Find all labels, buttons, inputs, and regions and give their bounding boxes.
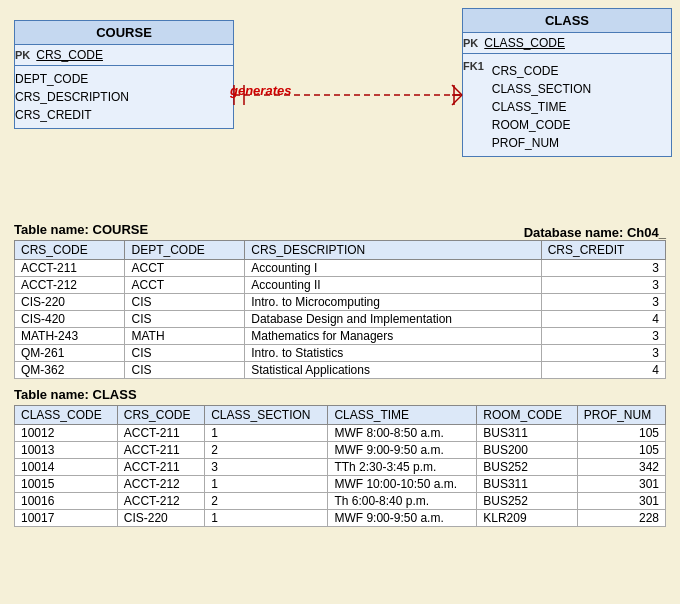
table-cell: ACCT-212	[15, 277, 125, 294]
table-cell: CIS-220	[117, 510, 204, 527]
table-cell: ACCT-211	[117, 425, 204, 442]
table-row: QM-362CISStatistical Applications4	[15, 362, 666, 379]
class-col-section: CLASS_SECTION	[205, 406, 328, 425]
class-attr-5: PROF_NUM	[492, 134, 591, 152]
class-col-prof: PROF_NUM	[577, 406, 665, 425]
table-cell: MWF 8:00-8:50 a.m.	[328, 425, 477, 442]
table-cell: CIS	[125, 294, 245, 311]
class-data-table: CLASS_CODE CRS_CODE CLASS_SECTION CLASS_…	[14, 405, 666, 527]
table-cell: BUS311	[477, 425, 578, 442]
course-attr-3: CRS_CREDIT	[15, 106, 233, 124]
table-cell: QM-362	[15, 362, 125, 379]
class-attr-4: ROOM_CODE	[492, 116, 591, 134]
table-row: CIS-420CISDatabase Design and Implementa…	[15, 311, 666, 328]
table-row: 10012ACCT-2111MWF 8:00-8:50 a.m.BUS31110…	[15, 425, 666, 442]
table-cell: QM-261	[15, 345, 125, 362]
table-cell: 3	[541, 345, 665, 362]
table-cell: MATH-243	[15, 328, 125, 345]
table-cell: CIS	[125, 311, 245, 328]
table-cell: 10016	[15, 493, 118, 510]
table-row: 10015ACCT-2121MWF 10:00-10:50 a.m.BUS311…	[15, 476, 666, 493]
svg-line-4	[452, 95, 462, 105]
er-diagram: COURSE PK CRS_CODE DEPT_CODE CRS_DESCRIP…	[0, 0, 680, 210]
table-cell: 2	[205, 442, 328, 459]
class-col-classcode: CLASS_CODE	[15, 406, 118, 425]
course-col-crsdesc: CRS_DESCRIPTION	[245, 241, 541, 260]
table-cell: MATH	[125, 328, 245, 345]
table-cell: MWF 9:00-9:50 a.m.	[328, 510, 477, 527]
table-row: CIS-220CISIntro. to Microcomputing3	[15, 294, 666, 311]
table-cell: Intro. to Statistics	[245, 345, 541, 362]
table-cell: BUS200	[477, 442, 578, 459]
table-cell: 228	[577, 510, 665, 527]
table-cell: 3	[541, 260, 665, 277]
table-row: ACCT-212ACCTAccounting II3	[15, 277, 666, 294]
table-cell: CIS	[125, 345, 245, 362]
table-cell: 10014	[15, 459, 118, 476]
course-col-deptcode: DEPT_CODE	[125, 241, 245, 260]
class-pk-label: PK	[463, 37, 478, 49]
class-header: CLASS	[463, 9, 671, 33]
table-row: MATH-243MATHMathematics for Managers3	[15, 328, 666, 345]
table-cell: MWF 10:00-10:50 a.m.	[328, 476, 477, 493]
course-table-header: CRS_CODE DEPT_CODE CRS_DESCRIPTION CRS_C…	[15, 241, 666, 260]
table-cell: ACCT	[125, 260, 245, 277]
class-col-crscode: CRS_CODE	[117, 406, 204, 425]
table-cell: ACCT	[125, 277, 245, 294]
class-attr-2: CLASS_SECTION	[492, 80, 591, 98]
db-name-label: Database name: Ch04_	[524, 225, 666, 240]
table-cell: 301	[577, 493, 665, 510]
course-attr-list: DEPT_CODE CRS_DESCRIPTION CRS_CREDIT	[15, 66, 233, 128]
table-cell: BUS252	[477, 459, 578, 476]
class-col-room: ROOM_CODE	[477, 406, 578, 425]
table-row: 10014ACCT-2113TTh 2:30-3:45 p.m.BUS25234…	[15, 459, 666, 476]
table-cell: Statistical Applications	[245, 362, 541, 379]
class-pk-attr: CLASS_CODE	[484, 36, 565, 50]
table-cell: 301	[577, 476, 665, 493]
table-cell: CIS	[125, 362, 245, 379]
table-cell: BUS252	[477, 493, 578, 510]
table-cell: 1	[205, 476, 328, 493]
table-cell: 3	[541, 328, 665, 345]
table-cell: ACCT-211	[117, 459, 204, 476]
table-cell: 4	[541, 362, 665, 379]
table-cell: Accounting I	[245, 260, 541, 277]
table-cell: KLR209	[477, 510, 578, 527]
tables-section: Table name: COURSE Database name: Ch04_ …	[0, 210, 680, 527]
table-cell: 3	[541, 277, 665, 294]
table-cell: Intro. to Microcomputing	[245, 294, 541, 311]
table-cell: 3	[541, 294, 665, 311]
table-cell: Accounting II	[245, 277, 541, 294]
table-cell: BUS311	[477, 476, 578, 493]
course-col-crscredit: CRS_CREDIT	[541, 241, 665, 260]
table-cell: 10015	[15, 476, 118, 493]
table-cell: MWF 9:00-9:50 a.m.	[328, 442, 477, 459]
table-cell: 105	[577, 442, 665, 459]
class-table-header: CLASS_CODE CRS_CODE CLASS_SECTION CLASS_…	[15, 406, 666, 425]
course-pk-row: PK CRS_CODE	[15, 45, 233, 66]
class-attr-1: CRS_CODE	[492, 62, 591, 80]
course-pk-label: PK	[15, 49, 30, 61]
svg-line-3	[452, 85, 462, 95]
table-cell: CIS-420	[15, 311, 125, 328]
table-cell: 3	[205, 459, 328, 476]
course-col-crscode: CRS_CODE	[15, 241, 125, 260]
course-entity: COURSE PK CRS_CODE DEPT_CODE CRS_DESCRIP…	[14, 20, 234, 129]
class-pk-row: PK CLASS_CODE	[463, 33, 671, 54]
table-cell: TTh 2:30-3:45 p.m.	[328, 459, 477, 476]
class-table-title: Table name: CLASS	[14, 387, 666, 402]
table-cell: 1	[205, 510, 328, 527]
table-cell: 4	[541, 311, 665, 328]
course-attr-2: CRS_DESCRIPTION	[15, 88, 233, 106]
class-fk-label: FK1	[463, 58, 484, 72]
class-col-time: CLASS_TIME	[328, 406, 477, 425]
table-row: QM-261CISIntro. to Statistics3	[15, 345, 666, 362]
course-attr-1: DEPT_CODE	[15, 70, 233, 88]
table-cell: Th 6:00-8:40 p.m.	[328, 493, 477, 510]
table-cell: Database Design and Implementation	[245, 311, 541, 328]
generates-label: generates	[230, 83, 291, 98]
course-data-table: CRS_CODE DEPT_CODE CRS_DESCRIPTION CRS_C…	[14, 240, 666, 379]
course-table-header-row: Table name: COURSE Database name: Ch04_	[14, 216, 666, 240]
table-cell: 342	[577, 459, 665, 476]
table-cell: 10013	[15, 442, 118, 459]
